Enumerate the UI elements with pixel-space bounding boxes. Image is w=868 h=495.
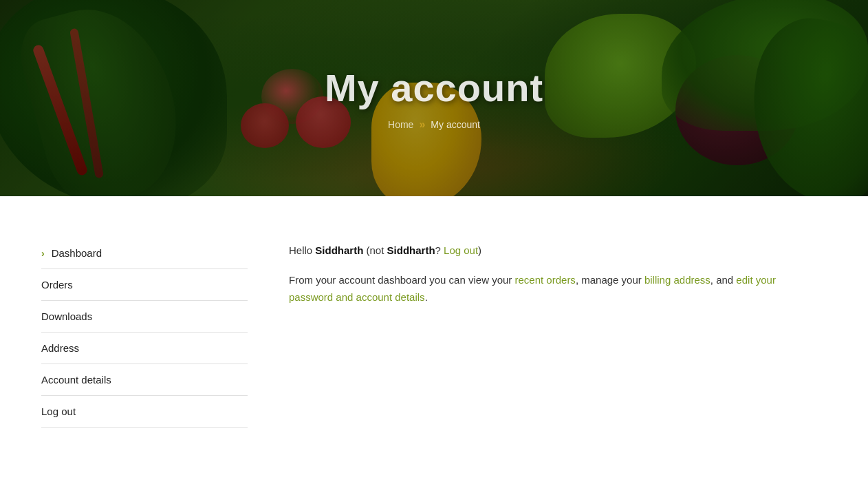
hero-banner: My account Home » My account	[0, 0, 868, 196]
desc-prefix: From your account dashboard you can view…	[289, 274, 515, 286]
hero-content: My account Home » My account	[0, 0, 868, 196]
hello-suffix: ?	[435, 244, 444, 256]
hello-logout-link[interactable]: Log out	[444, 244, 478, 256]
dashboard-content: Hello Siddharth (not Siddharth? Log out)…	[289, 238, 813, 428]
sidebar-label-orders: Orders	[41, 279, 73, 291]
desc-mid1: , manage your	[576, 274, 644, 286]
dashboard-description: From your account dashboard you can view…	[289, 271, 813, 306]
hello-prefix: Hello	[289, 244, 315, 256]
sidebar-item-address[interactable]: Address	[41, 333, 248, 364]
sidebar-label-logout: Log out	[41, 406, 76, 417]
sidebar-item-orders[interactable]: Orders	[41, 269, 248, 301]
sidebar-label-dashboard: Dashboard	[52, 247, 102, 259]
hello-close: )	[478, 244, 481, 256]
sidebar-item-downloads[interactable]: Downloads	[41, 301, 248, 333]
chevron-right-icon: ›	[41, 248, 45, 259]
recent-orders-link[interactable]: recent orders	[515, 274, 576, 286]
billing-address-link[interactable]: billing address	[644, 274, 710, 286]
desc-mid2: , and	[710, 274, 737, 286]
breadcrumb-home-link[interactable]: Home	[388, 119, 413, 130]
breadcrumb-separator: »	[419, 118, 425, 131]
sidebar-label-address: Address	[41, 342, 79, 354]
desc-suffix: .	[425, 291, 428, 303]
sidebar-item-logout[interactable]: Log out	[41, 396, 248, 428]
sidebar-item-account-details[interactable]: Account details	[41, 364, 248, 396]
sidebar-label-account-details: Account details	[41, 374, 111, 386]
main-content: › Dashboard Orders Downloads Address Acc…	[0, 196, 868, 469]
hello-middle: (not	[363, 244, 387, 256]
sidebar-label-downloads: Downloads	[41, 310, 92, 322]
hello-message: Hello Siddharth (not Siddharth? Log out)	[289, 243, 813, 259]
sidebar-item-dashboard[interactable]: › Dashboard	[41, 238, 248, 269]
username-secondary: Siddharth	[387, 244, 435, 256]
page-title: My account	[325, 65, 543, 110]
sidebar: › Dashboard Orders Downloads Address Acc…	[41, 238, 248, 428]
username-primary: Siddharth	[315, 244, 363, 256]
breadcrumb-current: My account	[431, 119, 480, 130]
breadcrumb: Home » My account	[388, 118, 480, 131]
